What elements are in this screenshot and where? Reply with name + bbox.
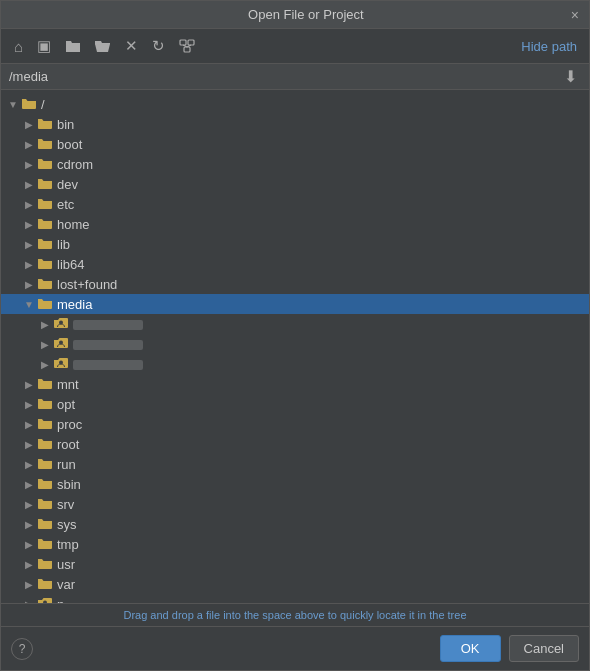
tree-item[interactable]: proc	[1, 414, 589, 434]
tree-item[interactable]: sys	[1, 514, 589, 534]
tree-item[interactable]: tmp	[1, 534, 589, 554]
hint-text-2: to quickly locate it in the tree	[325, 609, 467, 621]
chevron-icon[interactable]	[37, 339, 53, 350]
delete-button[interactable]: ✕	[120, 34, 143, 58]
tree-item-label: mnt	[57, 377, 79, 392]
button-bar: ? OK Cancel	[1, 626, 589, 670]
chevron-icon[interactable]	[21, 119, 37, 130]
open-file-dialog: Open File or Project × ⌂ ▣ ✕ ↻ Hide path…	[0, 0, 590, 671]
tree-item[interactable]: var	[1, 574, 589, 594]
chevron-icon[interactable]	[21, 439, 37, 450]
folder-button[interactable]	[60, 36, 86, 56]
svg-rect-2	[184, 47, 190, 52]
chevron-icon[interactable]	[5, 99, 21, 110]
chevron-icon[interactable]	[21, 239, 37, 250]
help-button[interactable]: ?	[11, 638, 33, 660]
tree-item[interactable]	[1, 334, 589, 354]
chevron-icon[interactable]	[37, 359, 53, 370]
folder-icon	[37, 516, 53, 532]
tree-item[interactable]: home	[1, 214, 589, 234]
chevron-icon[interactable]	[21, 219, 37, 230]
tree-item[interactable]: cdrom	[1, 154, 589, 174]
footer-hint: Drag and drop a file into the space abov…	[1, 603, 589, 626]
refresh-button[interactable]: ↻	[147, 34, 170, 58]
hint-link: into the space above	[223, 609, 325, 621]
chevron-icon[interactable]	[21, 179, 37, 190]
path-action-button[interactable]: ⬇	[560, 67, 581, 86]
tree-item-label	[73, 357, 143, 372]
folder-icon	[37, 136, 53, 152]
tree-item-label: cdrom	[57, 157, 93, 172]
tree-item-label: sbin	[57, 477, 81, 492]
chevron-icon[interactable]	[37, 319, 53, 330]
tree-item-label: lib64	[57, 257, 84, 272]
svg-rect-1	[188, 40, 194, 45]
folder-icon	[37, 536, 53, 552]
folder-icon	[37, 116, 53, 132]
tree-item[interactable]: n	[1, 594, 589, 603]
chevron-icon[interactable]	[21, 279, 37, 290]
home-button[interactable]: ⌂	[9, 35, 28, 58]
tree-item-label: dev	[57, 177, 78, 192]
tree-item[interactable]: run	[1, 454, 589, 474]
hide-path-button[interactable]: Hide path	[517, 37, 581, 56]
folder-icon	[53, 356, 69, 372]
cancel-button[interactable]: Cancel	[509, 635, 579, 662]
tree-item[interactable]: lost+found	[1, 274, 589, 294]
chevron-icon[interactable]	[21, 519, 37, 530]
chevron-icon[interactable]	[21, 399, 37, 410]
chevron-icon[interactable]	[21, 199, 37, 210]
tree-item-label: srv	[57, 497, 74, 512]
chevron-icon[interactable]	[21, 499, 37, 510]
chevron-icon[interactable]	[21, 479, 37, 490]
tree-item[interactable]: opt	[1, 394, 589, 414]
path-input[interactable]	[9, 69, 560, 84]
tree-item[interactable]: srv	[1, 494, 589, 514]
tree-item[interactable]: usr	[1, 554, 589, 574]
action-buttons: OK Cancel	[440, 635, 579, 662]
chevron-icon[interactable]	[21, 459, 37, 470]
chevron-icon[interactable]	[21, 159, 37, 170]
network-button[interactable]	[174, 36, 200, 56]
folder-icon	[37, 176, 53, 192]
chevron-icon[interactable]	[21, 299, 37, 310]
chevron-icon[interactable]	[21, 419, 37, 430]
tree-item[interactable]: sbin	[1, 474, 589, 494]
folder-icon	[37, 296, 53, 312]
tree-item[interactable]: mnt	[1, 374, 589, 394]
tree-item[interactable]	[1, 354, 589, 374]
tree-item[interactable]: lib	[1, 234, 589, 254]
tree-item-label	[73, 317, 143, 332]
folder-icon	[37, 276, 53, 292]
tree-item[interactable]: lib64	[1, 254, 589, 274]
tree-item[interactable]: media	[1, 294, 589, 314]
chevron-icon[interactable]	[21, 379, 37, 390]
file-tree[interactable]: / bin boot cdrom dev etc home lib lib64 …	[1, 90, 589, 603]
chevron-icon[interactable]	[21, 139, 37, 150]
toolbar: ⌂ ▣ ✕ ↻ Hide path	[1, 29, 589, 64]
chevron-icon[interactable]	[21, 539, 37, 550]
tree-item[interactable]: boot	[1, 134, 589, 154]
ok-button[interactable]: OK	[440, 635, 501, 662]
close-button[interactable]: ×	[571, 8, 579, 22]
chevron-icon[interactable]	[21, 559, 37, 570]
tree-item-label: bin	[57, 117, 74, 132]
tree-item[interactable]: root	[1, 434, 589, 454]
folder-icon	[37, 156, 53, 172]
desktop-button[interactable]: ▣	[32, 34, 56, 58]
tree-item[interactable]: /	[1, 94, 589, 114]
folder-icon	[37, 476, 53, 492]
tree-item[interactable]: etc	[1, 194, 589, 214]
tree-item-label: lost+found	[57, 277, 117, 292]
chevron-icon[interactable]	[21, 579, 37, 590]
chevron-icon[interactable]	[21, 259, 37, 270]
folder-icon	[37, 256, 53, 272]
tree-item[interactable]: dev	[1, 174, 589, 194]
tree-item-label: opt	[57, 397, 75, 412]
tree-item-label: var	[57, 577, 75, 592]
folder-open-button[interactable]	[90, 36, 116, 56]
tree-item[interactable]	[1, 314, 589, 334]
tree-item[interactable]: bin	[1, 114, 589, 134]
title-bar: Open File or Project ×	[1, 1, 589, 29]
folder-icon	[53, 316, 69, 332]
